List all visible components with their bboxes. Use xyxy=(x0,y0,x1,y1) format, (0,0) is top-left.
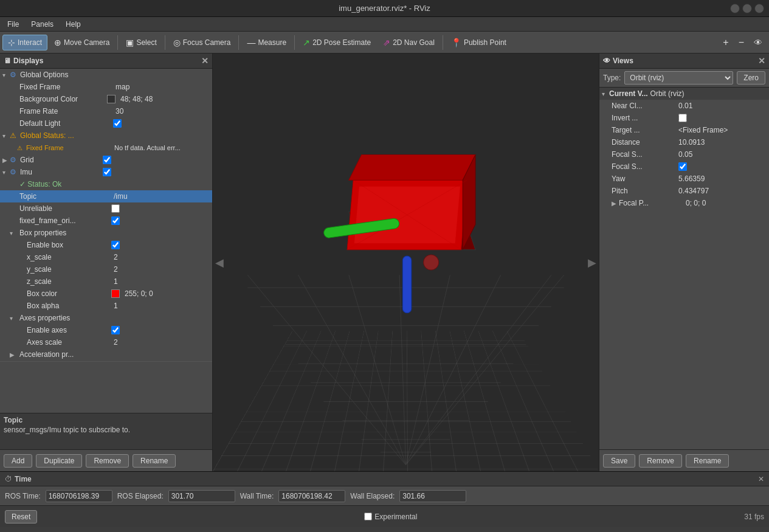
ros-elapsed-input[interactable] xyxy=(168,490,235,502)
experimental-checkbox[interactable] xyxy=(364,513,372,520)
menu-file[interactable]: File xyxy=(5,19,21,30)
tree-row-accel-pr[interactable]: ▶ Acceleration pr... xyxy=(0,348,212,361)
menu-help[interactable]: Help xyxy=(63,19,83,30)
displays-panel-close[interactable]: ✕ xyxy=(201,56,209,66)
imu-checkbox[interactable] xyxy=(103,168,111,176)
topic-name: Topic xyxy=(17,192,111,201)
expand-current-view[interactable]: ▾ xyxy=(602,91,609,97)
tree-row-unreliable[interactable]: Unreliable xyxy=(0,202,212,215)
invert-checkbox[interactable] xyxy=(678,114,687,122)
displays-panel-icon: 🖥 xyxy=(4,57,11,65)
focal-s2-checkbox[interactable] xyxy=(678,162,687,171)
tree-row-global-options[interactable]: ▾ ⚙ Global Options xyxy=(0,69,212,81)
rename-button[interactable]: Rename xyxy=(133,454,176,468)
views-panel-close[interactable]: ✕ xyxy=(758,56,765,66)
enable-box-checkbox[interactable] xyxy=(111,241,120,249)
tree-row-imu[interactable]: ▾ ⚙ Imu xyxy=(0,166,212,178)
views-row-yaw[interactable]: Yaw 5.66359 xyxy=(599,173,769,185)
menu-panels[interactable]: Panels xyxy=(29,19,56,30)
toolbar-add-icon-btn[interactable]: + xyxy=(719,35,733,50)
views-type-select[interactable]: Orbit (rviz) xyxy=(624,71,733,85)
tree-row-z-scale[interactable]: z_scale 1 xyxy=(0,275,212,288)
tree-row-frame-rate[interactable]: Frame Rate 30 xyxy=(0,105,212,117)
tree-row-box-color[interactable]: Box color 255; 0; 0 xyxy=(0,288,212,300)
tree-row-enable-box[interactable]: Enable box xyxy=(0,239,212,251)
tree-row-grid[interactable]: ▶ ⚙ Grid xyxy=(0,154,212,166)
box-alpha-name: Box alpha xyxy=(24,302,111,310)
views-row-distance[interactable]: Distance 10.0913 xyxy=(599,136,769,148)
z-scale-value: 1 xyxy=(111,277,212,286)
ffo-checkbox[interactable] xyxy=(111,216,120,225)
tree-row-fixed-frame[interactable]: Fixed Frame map xyxy=(0,81,212,93)
tree-row-box-alpha[interactable]: Box alpha 1 xyxy=(0,300,212,312)
move-camera-label: Move Camera xyxy=(64,38,109,47)
expand-grid[interactable]: ▶ xyxy=(2,157,10,164)
views-row-target[interactable]: Target ... <Fixed Frame> xyxy=(599,124,769,136)
views-rename-button[interactable]: Rename xyxy=(686,454,729,468)
expand-axes-props[interactable]: ▾ xyxy=(10,315,17,322)
views-remove-button[interactable]: Remove xyxy=(639,454,682,468)
views-save-button[interactable]: Save xyxy=(603,454,635,468)
2d-nav-button[interactable]: ⇗ 2D Nav Goal xyxy=(378,35,440,50)
move-camera-button[interactable]: ⊕ Move Camera xyxy=(49,35,115,50)
tree-row-enable-axes[interactable]: Enable axes xyxy=(0,324,212,336)
interact-button[interactable]: ⊹ Interact xyxy=(2,35,47,50)
focus-camera-button[interactable]: ◎ Focus Camera xyxy=(168,35,236,50)
views-row-focal-s2[interactable]: Focal S... xyxy=(599,161,769,173)
default-light-checkbox[interactable] xyxy=(113,119,122,128)
tree-row-y-scale[interactable]: y_scale 2 xyxy=(0,263,212,275)
tree-row-status-ok[interactable]: ✓ Status: Ok xyxy=(0,178,212,190)
tree-row-axes-props[interactable]: ▾ Axes properties xyxy=(0,312,212,324)
tree-row-axes-scale[interactable]: Axes scale 2 xyxy=(0,336,212,348)
publish-point-button[interactable]: 📍 Publish Point xyxy=(446,35,512,50)
select-button[interactable]: ▣ Select xyxy=(120,35,162,50)
wall-elapsed-input[interactable] xyxy=(399,490,466,502)
wall-time-input[interactable] xyxy=(278,490,345,502)
viewport-arrow-left[interactable]: ◀ xyxy=(213,254,226,272)
views-row-invert[interactable]: Invert ... xyxy=(599,112,769,124)
unreliable-name: Unreliable xyxy=(17,204,111,213)
target-value: <Fixed Frame> xyxy=(678,126,767,134)
toolbar-eye-icon-btn[interactable]: 👁 xyxy=(750,36,767,49)
close-button[interactable] xyxy=(754,4,764,13)
svg-rect-26 xyxy=(402,256,412,313)
toolbar-remove-icon-btn[interactable]: − xyxy=(734,35,748,50)
expand-global-status[interactable]: ▾ xyxy=(2,133,10,139)
views-row-focal-s1[interactable]: Focal S... 0.05 xyxy=(599,148,769,161)
tree-row-box-props[interactable]: ▾ Box properties xyxy=(0,227,212,239)
tree-row-bg-color[interactable]: Background Color 48; 48; 48 xyxy=(0,93,212,105)
expand-accel-pr[interactable]: ▶ xyxy=(10,351,17,358)
tree-row-default-light[interactable]: Default Light xyxy=(0,117,212,130)
measure-button[interactable]: — Measure xyxy=(241,35,292,50)
tree-row-ffo[interactable]: fixed_frame_ori... xyxy=(0,215,212,227)
expand-focal-p[interactable]: ▶ xyxy=(612,200,619,207)
default-light-name: Default Light xyxy=(17,119,113,128)
grid-checkbox[interactable] xyxy=(103,156,111,164)
views-section-header[interactable]: ▾ Current V... Orbit (rviz) xyxy=(599,88,769,100)
viewport-arrow-right[interactable]: ▶ xyxy=(585,254,599,272)
expand-imu[interactable]: ▾ xyxy=(2,169,10,176)
tree-row-global-status[interactable]: ▾ ⚠ Global Status: ... xyxy=(0,130,212,142)
zero-button[interactable]: Zero xyxy=(737,71,765,85)
add-button[interactable]: Add xyxy=(4,454,32,468)
expand-global-options[interactable]: ▾ xyxy=(2,72,10,78)
tree-row-x-scale[interactable]: x_scale 2 xyxy=(0,251,212,263)
enable-axes-checkbox[interactable] xyxy=(111,326,120,334)
duplicate-button[interactable]: Duplicate xyxy=(36,454,82,468)
views-tree: ▾ Current V... Orbit (rviz) Near Cl... 0… xyxy=(599,88,769,449)
tree-row-topic[interactable]: Topic /imu xyxy=(0,190,212,202)
2d-pose-button[interactable]: ↗ 2D Pose Estimate xyxy=(297,35,376,50)
ros-time-input[interactable] xyxy=(46,490,112,502)
remove-button[interactable]: Remove xyxy=(86,454,129,468)
views-row-pitch[interactable]: Pitch 0.434797 xyxy=(599,185,769,197)
viewport[interactable]: ◀ ▶ xyxy=(213,54,599,471)
minimize-button[interactable] xyxy=(730,4,740,13)
views-row-focal-p[interactable]: ▶ Focal P... 0; 0; 0 xyxy=(599,197,769,209)
reset-button[interactable]: Reset xyxy=(5,510,37,523)
time-panel-close[interactable]: ✕ xyxy=(758,475,764,483)
unreliable-checkbox[interactable] xyxy=(111,204,120,213)
maximize-button[interactable] xyxy=(742,4,752,13)
views-row-near-clip[interactable]: Near Cl... 0.01 xyxy=(599,100,769,112)
tree-row-ff-status[interactable]: ⚠ Fixed Frame No tf data. Actual err... xyxy=(0,142,212,154)
expand-box-props[interactable]: ▾ xyxy=(10,230,17,237)
